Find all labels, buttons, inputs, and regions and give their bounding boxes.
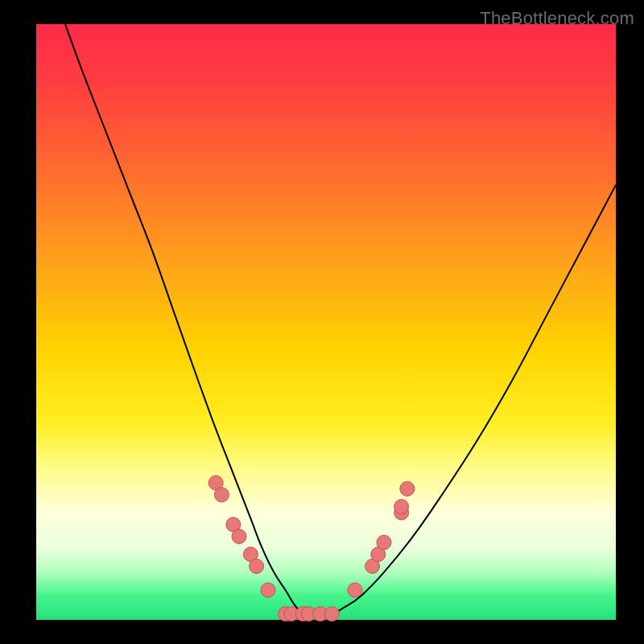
bottleneck-curve — [65, 24, 616, 614]
chart-stage: TheBottleneck.com — [0, 0, 644, 644]
curve-markers — [208, 476, 415, 621]
curve-marker — [394, 499, 409, 514]
chart-overlay-svg — [0, 0, 644, 644]
curve-marker — [400, 481, 415, 496]
curve-marker — [377, 535, 391, 550]
curve-marker — [250, 559, 264, 573]
curve-marker — [232, 529, 246, 543]
watermark-label: TheBottleneck.com — [480, 8, 634, 29]
curve-marker — [324, 607, 339, 621]
curve-marker — [261, 583, 275, 597]
curve-marker — [214, 488, 229, 502]
curve-marker — [348, 583, 362, 597]
